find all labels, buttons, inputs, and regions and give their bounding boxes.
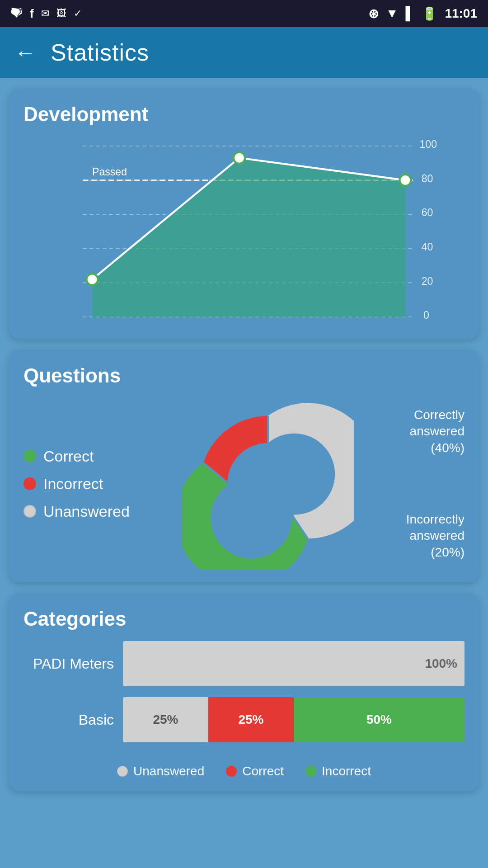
svg-text:20: 20 [422, 275, 433, 287]
correct-bottom-label: Correct [242, 764, 284, 778]
wifi-icon: ▼ [386, 6, 399, 21]
questions-body: Correct Incorrect Unanswered [23, 398, 465, 570]
padi-bar: 100% [123, 641, 465, 686]
categories-legend: Unanswered Correct Incorrect [23, 757, 465, 778]
unanswered-bottom-dot [117, 766, 128, 777]
questions-card: Questions Correct Incorrect Unanswered [9, 350, 479, 582]
basic-bar-correct: 25% [208, 697, 294, 742]
basic-incorrect-pct: 50% [366, 712, 392, 727]
unanswered-dot [23, 505, 36, 518]
correct-bottom-dot [226, 766, 237, 777]
donut-chart [182, 398, 354, 570]
legend-incorrect: Incorrect [23, 475, 130, 493]
development-card: Development Passed 100 80 60 40 20 [9, 89, 479, 339]
svg-text:100: 100 [420, 138, 437, 150]
check-icon: ✓ [74, 8, 82, 19]
correct-dot [23, 450, 36, 462]
incorrect-bottom-dot [305, 766, 316, 777]
bluetooth-icon: ⊛ [368, 6, 379, 21]
basic-bar-unanswered: 25% [123, 697, 208, 742]
svg-marker-14 [92, 158, 405, 317]
donut-svg [182, 398, 354, 570]
status-bar-left: f ✉ 🖼 ✓ [11, 6, 82, 21]
questions-labels: Correctlyanswered(40%) Incorrectlyanswer… [406, 398, 465, 570]
status-bar: f ✉ 🖼 ✓ ⊛ ▼ ▌ 🔋 11:01 [0, 0, 488, 27]
app-bar: ← Statistics [0, 27, 488, 78]
battery-icon: 🔋 [422, 6, 437, 21]
legend-correct: Correct [23, 448, 130, 465]
legend-unanswered: Unanswered [23, 503, 130, 520]
legend-unanswered-bottom: Unanswered [117, 764, 204, 778]
unanswered-bottom-label: Unanswered [133, 764, 204, 778]
development-title: Development [23, 103, 465, 126]
categories-body: PADI Meters 100% Basic 25% 25% [23, 641, 465, 778]
category-row-padi: PADI Meters 100% [23, 641, 465, 686]
legend-incorrect-bottom: Incorrect [305, 764, 371, 778]
svg-text:40: 40 [422, 241, 433, 253]
gmail-icon: ✉ [41, 8, 49, 19]
legend-correct-bottom: Correct [226, 764, 284, 778]
correctly-answered-label: Correctlyanswered(40%) [410, 407, 465, 456]
image-icon: 🖼 [56, 8, 66, 19]
development-chart: Passed 100 80 60 40 20 0 [23, 137, 465, 326]
wifi-off-icon [11, 6, 23, 21]
donut-hole [227, 443, 309, 524]
facebook-icon: f [30, 7, 34, 21]
svg-text:60: 60 [422, 207, 433, 218]
questions-legend: Correct Incorrect Unanswered [23, 448, 130, 520]
incorrect-dot [23, 477, 36, 490]
padi-bar-unanswered: 100% [123, 641, 465, 686]
svg-text:0: 0 [423, 309, 429, 321]
line-chart-svg: Passed 100 80 60 40 20 0 [23, 137, 465, 326]
unanswered-label: Unanswered [43, 503, 130, 520]
basic-correct-pct: 25% [238, 712, 263, 727]
basic-bar: 25% 25% 50% [123, 697, 465, 742]
signal-icon: ▌ [406, 6, 415, 21]
categories-title: Categories [23, 608, 465, 630]
categories-card: Categories PADI Meters 100% Basic 25% [9, 593, 479, 791]
incorrect-label: Incorrect [43, 475, 103, 493]
padi-label: PADI Meters [23, 656, 114, 672]
questions-title: Questions [23, 364, 465, 387]
svg-text:80: 80 [422, 173, 433, 184]
page-title: Statistics [51, 39, 149, 66]
back-button[interactable]: ← [14, 40, 36, 65]
time-display: 11:01 [445, 6, 477, 21]
chart-point-2 [234, 152, 245, 164]
correct-label: Correct [43, 448, 94, 465]
basic-label: Basic [23, 712, 114, 728]
category-row-basic: Basic 25% 25% 50% [23, 697, 465, 742]
svg-text:Passed: Passed [92, 166, 127, 178]
basic-unanswered-pct: 25% [153, 712, 178, 727]
basic-bar-incorrect: 50% [294, 697, 465, 742]
main-content: Development Passed 100 80 60 40 20 [0, 78, 488, 868]
status-bar-right: ⊛ ▼ ▌ 🔋 11:01 [368, 6, 477, 21]
incorrect-bottom-label: Incorrect [322, 764, 371, 778]
chart-point-3 [399, 175, 411, 186]
chart-point-1 [86, 274, 98, 285]
incorrectly-answered-label: Incorrectlyanswered(20%) [406, 511, 465, 561]
padi-value: 100% [425, 656, 457, 671]
